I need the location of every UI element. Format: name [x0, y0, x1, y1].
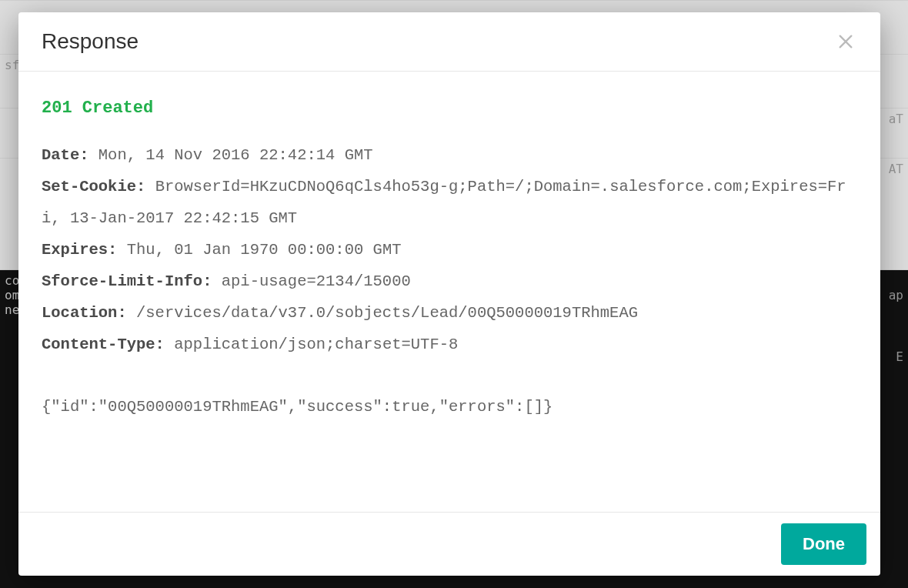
response-header-line: Content-Type: application/json;charset=U… — [42, 329, 857, 360]
response-body: {"id":"00Q50000019TRhmEAG","success":tru… — [42, 391, 857, 423]
http-status: 201 Created — [42, 92, 857, 125]
response-header-line: Set-Cookie: BrowserId=HKzuCDNoQ6qCls4ho5… — [42, 171, 857, 234]
response-header-key: Content-Type: — [42, 336, 165, 353]
response-header-line: Expires: Thu, 01 Jan 1970 00:00:00 GMT — [42, 234, 857, 266]
response-header-key: Expires: — [42, 241, 117, 259]
response-header-line: Location: /services/data/v37.0/sobjects/… — [42, 297, 857, 329]
response-headers: Date: Mon, 14 Nov 2016 22:42:14 GMTSet-C… — [42, 139, 857, 360]
bg-row — [0, 0, 908, 7]
done-button[interactable]: Done — [781, 523, 866, 565]
modal-header: Response — [18, 12, 880, 72]
response-header-key: Sforce-Limit-Info: — [42, 272, 212, 290]
response-modal: Response 201 Created Date: Mon, 14 Nov 2… — [18, 12, 880, 576]
close-button[interactable] — [834, 30, 857, 53]
response-header-line: Date: Mon, 14 Nov 2016 22:42:14 GMT — [42, 139, 857, 171]
response-header-value: /services/data/v37.0/sobjects/Lead/00Q50… — [127, 304, 638, 322]
response-header-line: Sforce-Limit-Info: api-usage=2134/15000 — [42, 266, 857, 297]
close-icon — [837, 33, 854, 50]
response-header-key: Set-Cookie: — [42, 178, 145, 195]
response-header-value: BrowserId=HKzuCDNoQ6qCls4ho53g-g;Path=/;… — [42, 178, 846, 227]
response-header-value: application/json;charset=UTF-8 — [165, 336, 458, 353]
response-header-key: Date: — [42, 146, 89, 164]
response-header-value: api-usage=2134/15000 — [212, 272, 410, 290]
response-header-key: Location: — [42, 304, 127, 322]
modal-body: 201 Created Date: Mon, 14 Nov 2016 22:42… — [18, 72, 880, 512]
modal-footer: Done — [18, 512, 880, 576]
response-header-value: Thu, 01 Jan 1970 00:00:00 GMT — [117, 241, 401, 259]
response-header-value: Mon, 14 Nov 2016 22:42:14 GMT — [89, 146, 373, 164]
modal-title: Response — [42, 29, 139, 54]
